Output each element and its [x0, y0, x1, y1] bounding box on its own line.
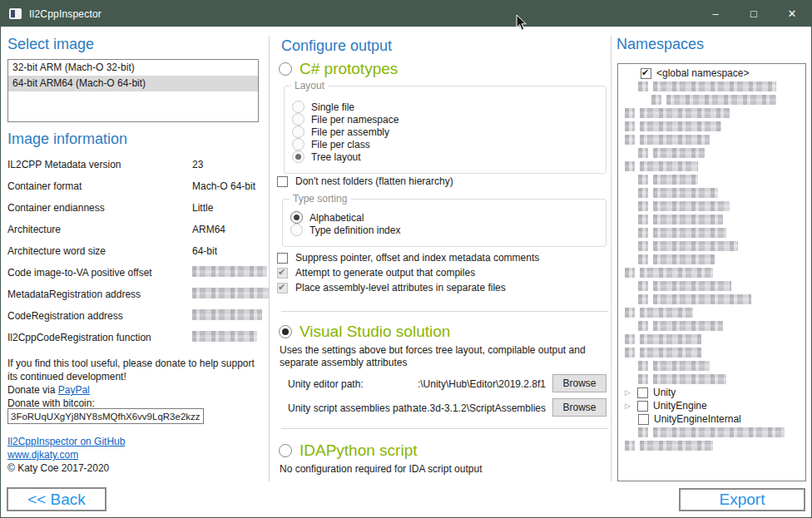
- namespace-item-redacted[interactable]: [618, 319, 805, 333]
- window-controls: – □ ✕: [696, 1, 811, 27]
- namespace-item-redacted[interactable]: [618, 80, 805, 93]
- alphabetical-radio[interactable]: [290, 211, 303, 224]
- minimize-button[interactable]: –: [696, 1, 735, 27]
- type-sorting-alphabetical[interactable]: Alphabetical: [290, 211, 364, 224]
- type-sorting-definition-index[interactable]: Type definition index: [290, 224, 400, 236]
- suppress-comments-option[interactable]: Suppress pointer, offset and index metad…: [277, 252, 539, 264]
- layout-option-file-per-assembly[interactable]: File per assembly: [292, 126, 389, 138]
- browse-editor-button[interactable]: Browse: [552, 374, 607, 392]
- layout-option-tree-layout[interactable]: Tree layout: [292, 150, 361, 163]
- paypal-link[interactable]: PayPal: [58, 384, 90, 396]
- dont-nest-folders-checkbox[interactable]: [277, 176, 288, 187]
- file-per-assembly-radio[interactable]: [292, 126, 304, 138]
- type-definition-index-radio[interactable]: [290, 224, 303, 236]
- namespace-item-redacted[interactable]: [618, 106, 805, 120]
- redacted-checkbox: [625, 108, 635, 118]
- namespace-item-redacted[interactable]: [618, 160, 805, 173]
- export-button[interactable]: Export: [679, 488, 805, 511]
- info-label: IL2CPP Metadata version: [7, 159, 121, 170]
- type-sorting-group-label: Type sorting: [290, 193, 350, 205]
- namespace-item-redacted[interactable]: [618, 306, 805, 319]
- maximize-button[interactable]: □: [735, 1, 773, 27]
- namespace-item-redacted[interactable]: [618, 372, 805, 386]
- redacted-label: [653, 215, 723, 224]
- idapython-option[interactable]: IDAPython script: [279, 442, 418, 460]
- redacted-label: [640, 108, 730, 118]
- option-label: File per class: [311, 139, 370, 150]
- namespace-item-unityengineinternal[interactable]: UnityEngineInternal: [618, 412, 805, 426]
- file-per-class-radio[interactable]: [292, 138, 304, 150]
- namespace-item-redacted[interactable]: [618, 266, 805, 279]
- browse-assemblies-button[interactable]: Browse: [552, 398, 607, 417]
- expander-icon[interactable]: ▷: [625, 386, 632, 399]
- namespace-item-redacted[interactable]: [618, 133, 805, 146]
- image-list-item-selected[interactable]: 64-bit ARM64 (Mach-O 64-bit): [8, 76, 258, 91]
- namespace-item-redacted[interactable]: [618, 226, 805, 239]
- unityengineinternal-checkbox[interactable]: [638, 414, 649, 425]
- csharp-prototypes-option[interactable]: C# prototypes: [279, 60, 398, 78]
- layout-option-single-file[interactable]: Single file: [292, 101, 354, 113]
- assembly-attributes-option[interactable]: ✔ Place assembly-level attributes in sep…: [277, 282, 506, 294]
- tree-layout-radio[interactable]: [292, 150, 304, 163]
- file-per-namespace-radio[interactable]: [292, 113, 304, 126]
- info-label: Container endianness: [7, 202, 105, 214]
- website-link[interactable]: www.djkaty.com: [7, 449, 78, 461]
- namespace-item-redacted[interactable]: [618, 186, 805, 200]
- single-file-radio[interactable]: [292, 101, 304, 113]
- suppress-comments-checkbox[interactable]: [277, 253, 288, 264]
- check-icon: ✔: [641, 67, 649, 78]
- namespace-item-redacted[interactable]: [618, 120, 805, 133]
- unity-assemblies-path-value[interactable]: ate.3d-3.1.2\ScriptAssemblies: [408, 402, 546, 414]
- csharp-prototypes-radio[interactable]: [279, 62, 292, 76]
- namespaces-panel[interactable]: ✔ <global namespace> ▷ Unity ▷ UnityEngi…: [617, 63, 806, 481]
- attempt-compile-checkbox[interactable]: ✔: [277, 268, 288, 279]
- namespace-item-redacted[interactable]: [618, 239, 805, 253]
- namespace-item-redacted[interactable]: [618, 93, 805, 106]
- image-listbox[interactable]: 32-bit ARM (Mach-O 32-bit) 64-bit ARM64 …: [7, 59, 259, 122]
- back-button[interactable]: << Back: [7, 487, 106, 511]
- donate-text: If you find this tool useful, please don…: [7, 357, 260, 383]
- visual-studio-radio[interactable]: [279, 325, 292, 338]
- namespace-item-redacted[interactable]: [618, 200, 805, 213]
- close-button[interactable]: ✕: [773, 1, 811, 27]
- expander-icon[interactable]: ▷: [625, 399, 632, 412]
- idapython-radio[interactable]: [279, 444, 292, 457]
- namespace-item-redacted[interactable]: [618, 213, 805, 226]
- namespace-item-redacted[interactable]: [618, 253, 805, 266]
- redacted-value: [192, 309, 262, 320]
- namespace-item-redacted[interactable]: [618, 279, 805, 293]
- namespace-item-redacted[interactable]: [618, 146, 805, 160]
- namespace-item-global[interactable]: ✔ <global namespace>: [618, 67, 805, 80]
- redacted-checkbox: [638, 175, 648, 185]
- unity-editor-path-value[interactable]: :\Unity\Hub\Editor\2019.2.8f1: [392, 378, 546, 390]
- namespace-item-redacted[interactable]: [618, 426, 805, 439]
- global-namespace-checkbox[interactable]: ✔: [641, 68, 651, 79]
- redacted-checkbox: [638, 374, 648, 384]
- redacted-checkbox: [638, 361, 648, 371]
- image-list-item[interactable]: 32-bit ARM (Mach-O 32-bit): [8, 60, 258, 76]
- assembly-attributes-checkbox[interactable]: ✔: [277, 283, 288, 294]
- bitcoin-address-input[interactable]: [7, 408, 204, 424]
- namespace-item-redacted[interactable]: [618, 346, 805, 359]
- idapython-title: IDAPython script: [300, 442, 418, 460]
- unity-checkbox[interactable]: [637, 387, 648, 398]
- attempt-compile-option[interactable]: ✔ Attempt to generate output that compil…: [277, 267, 475, 279]
- redacted-checkbox: [638, 215, 648, 224]
- unityengine-checkbox[interactable]: [637, 401, 648, 412]
- github-link[interactable]: Il2CppInspector on GitHub: [7, 436, 125, 447]
- layout-option-file-per-namespace[interactable]: File per namespace: [292, 113, 399, 126]
- visual-studio-option[interactable]: Visual Studio solution: [279, 323, 450, 341]
- namespace-item-redacted[interactable]: [618, 439, 805, 452]
- visual-studio-description: Uses the settings above but forces tree …: [280, 344, 606, 369]
- namespace-item-redacted[interactable]: [618, 359, 805, 372]
- namespace-item-unityengine[interactable]: ▷ UnityEngine: [618, 399, 805, 412]
- namespace-item-unity[interactable]: ▷ Unity: [618, 386, 805, 399]
- info-row: CodeRegistration address: [7, 307, 259, 328]
- layout-option-file-per-class[interactable]: File per class: [292, 138, 370, 150]
- redacted-checkbox: [638, 228, 648, 238]
- namespace-item-redacted[interactable]: [618, 333, 805, 346]
- dont-nest-folders-option[interactable]: Don't nest folders (flatten hierarchy): [277, 175, 453, 187]
- namespace-item-redacted[interactable]: [618, 293, 805, 306]
- namespace-item-redacted[interactable]: [618, 173, 805, 186]
- select-image-header: Select image: [7, 36, 94, 53]
